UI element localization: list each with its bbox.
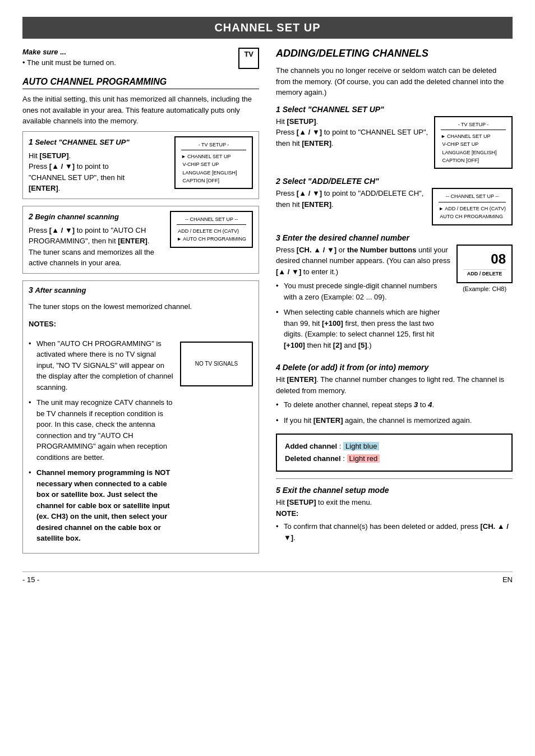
left-step2-menu-item-2: AUTO CH PROGRAMMING bbox=[177, 235, 246, 243]
right-step4-bullet-2: If you hit [ENTER] again, the channel is… bbox=[276, 415, 513, 426]
left-step1-menu-item-1: CHANNEL SET UP bbox=[181, 153, 246, 160]
right-step5-text: Hit [SETUP] to exit the menu. NOTE: To c… bbox=[276, 497, 513, 543]
right-step5-bullets: To confirm that channel(s) has been dele… bbox=[276, 521, 513, 543]
right-step1-flex: Hit [SETUP]. Press [▲ / ▼] to point to "… bbox=[276, 116, 513, 169]
left-step1-body: Hit [SETUP]. Press [▲ / ▼] to point to "… bbox=[29, 150, 169, 194]
added-label: Added channel bbox=[285, 442, 337, 450]
right-step2-menu-item-1: ADD / DELETE CH (CATV) bbox=[439, 205, 506, 213]
auto-intro: As the initial setting, this unit has me… bbox=[22, 94, 259, 127]
right-column: ADDING/DELETING CHANNELS The channels yo… bbox=[276, 48, 513, 560]
left-step2-menu-item-1: ADD / DELETE CH (CATV) bbox=[177, 227, 246, 235]
make-sure-bullet: The unit must be turned on. bbox=[22, 58, 116, 67]
left-step3-note-3: Channel memory programming is NOT necess… bbox=[29, 467, 174, 544]
right-step1-menu-item-1: CHANNEL SET UP bbox=[441, 132, 506, 140]
left-step1: 1 Select "CHANNEL SET UP" Hit [SETUP]. P… bbox=[22, 131, 259, 199]
right-step4-text: Hit [ENTER]. The channel number changes … bbox=[276, 374, 513, 426]
right-step1-number: 1 bbox=[276, 105, 280, 114]
right-step1-menu-item-2: V-CHIP SET UP bbox=[441, 140, 506, 148]
right-step5-note-label: NOTE: bbox=[276, 509, 298, 518]
right-step4-bullet-1: To delete another channel, repeat steps … bbox=[276, 399, 513, 411]
left-step2-body: Press [▲ / ▼] to point to "AUTO CH PROGR… bbox=[29, 225, 164, 269]
left-step1-number: 1 bbox=[29, 137, 33, 146]
right-step4: 4 Delete (or add) it from (or into) memo… bbox=[276, 363, 513, 426]
page-title: CHANNEL SET UP bbox=[22, 17, 513, 39]
left-step3-title: After scanning bbox=[35, 286, 86, 294]
left-step3-note-1: When "AUTO CH PROGRAMMING" is activated … bbox=[29, 338, 174, 393]
left-step1-menu: - TV SETUP - CHANNEL SET UP V-CHIP SET U… bbox=[174, 136, 253, 190]
tv-badge: TV bbox=[238, 48, 259, 69]
left-step1-menu-item-2: V-CHIP SET UP bbox=[181, 160, 246, 168]
left-step3-notes-flex: When "AUTO CH PROGRAMMING" is activated … bbox=[29, 338, 253, 548]
left-column: Make sure ... The unit must be turned on… bbox=[22, 48, 259, 560]
left-step3: 3 After scanning The tuner stops on the … bbox=[22, 280, 259, 554]
auto-section-title: AUTO CHANNEL PROGRAMMING bbox=[22, 77, 259, 89]
right-step1-menu-item-4: CAPTION [OFF] bbox=[441, 156, 506, 164]
right-section-title: ADDING/DELETING CHANNELS bbox=[276, 48, 513, 59]
page-footer: - 15 - EN bbox=[22, 571, 513, 584]
page-number: - 15 - bbox=[22, 575, 39, 584]
left-step2-content: 2 Begin channel scanning Press [▲ / ▼] t… bbox=[29, 211, 164, 269]
right-step3-display-area: 08 ADD / DELETE (Example: CH8) bbox=[456, 245, 513, 292]
right-step3-bullets: You must precede single-digit channel nu… bbox=[276, 280, 451, 351]
info-added: Added channel : Light blue bbox=[285, 440, 504, 453]
left-step2-menu-header: -- CHANNEL SET UP -- bbox=[177, 215, 246, 225]
divider bbox=[276, 478, 513, 479]
right-step3-flex: Press [CH. ▲ / ▼] or the Number buttons … bbox=[276, 245, 513, 356]
channel-example: (Example: CH8) bbox=[463, 285, 506, 292]
deleted-color: Light red bbox=[347, 454, 380, 463]
channel-display-label: ADD / DELETE bbox=[463, 269, 506, 276]
left-step3-body1: The tuner stops on the lowest memorized … bbox=[29, 302, 192, 311]
right-step1-menu-item-3: LANGUAGE [ENGLISH] bbox=[441, 149, 506, 156]
left-step3-note-2: The unit may recognize CATV channels to … bbox=[29, 397, 174, 463]
right-step1: 1 Select "CHANNEL SET UP" Hit [SETUP]. P… bbox=[276, 105, 513, 169]
right-step3-text: Press [CH. ▲ / ▼] or the Number buttons … bbox=[276, 245, 451, 356]
right-step3: 3 Enter the desired channel number Press… bbox=[276, 233, 513, 356]
left-step2: 2 Begin channel scanning Press [▲ / ▼] t… bbox=[22, 206, 259, 274]
right-intro: The channels you no longer receive or se… bbox=[276, 65, 513, 98]
added-color: Light blue bbox=[343, 442, 379, 450]
right-step4-number: 4 bbox=[276, 363, 280, 372]
left-step1-menu-item-4: CAPTION [OFF] bbox=[181, 177, 246, 185]
left-step2-number: 2 bbox=[29, 212, 33, 221]
right-step2-menu-header: -- CHANNEL SET UP -- bbox=[439, 192, 506, 202]
right-step2-heading: 2 Select "ADD/DELETE CH" bbox=[276, 177, 513, 186]
right-step2-number: 2 bbox=[276, 177, 280, 186]
page-language: EN bbox=[502, 575, 513, 584]
right-step2-text: Press [▲ / ▼] to point to "ADD/DELETE CH… bbox=[276, 188, 426, 210]
no-signal-text: NO TV SIGNALS bbox=[195, 361, 238, 367]
right-step3-number: 3 bbox=[276, 233, 280, 242]
make-sure-section: Make sure ... The unit must be turned on… bbox=[22, 48, 259, 69]
left-step2-title: Begin channel scanning bbox=[35, 213, 119, 221]
left-step1-content: 1 Select "CHANNEL SET UP" Hit [SETUP]. P… bbox=[29, 136, 169, 194]
left-step1-menu-header: - TV SETUP - bbox=[181, 141, 246, 150]
channel-number: 08 bbox=[463, 251, 506, 267]
no-signal-box: NO TV SIGNALS bbox=[180, 342, 253, 386]
info-box: Added channel : Light blue Deleted chann… bbox=[276, 434, 513, 472]
right-step5: 5 Exit the channel setup mode Hit [SETUP… bbox=[276, 486, 513, 543]
right-step2-menu-item-2: AUTO CH PROGRAMMING bbox=[439, 213, 506, 220]
right-step3-bullet-2: When selecting cable channels which are … bbox=[276, 307, 451, 351]
right-step1-menu: - TV SETUP - CHANNEL SET UP V-CHIP SET U… bbox=[434, 116, 513, 169]
left-step3-notes-list: When "AUTO CH PROGRAMMING" is activated … bbox=[29, 338, 174, 548]
right-step1-heading: 1 Select "CHANNEL SET UP" bbox=[276, 105, 513, 114]
right-step5-number: 5 bbox=[276, 486, 280, 495]
left-step1-menu-item-3: LANGUAGE [ENGLISH] bbox=[181, 169, 246, 177]
right-step2-flex: Press [▲ / ▼] to point to "ADD/DELETE CH… bbox=[276, 188, 513, 225]
right-step5-bullet: To confirm that channel(s) has been dele… bbox=[276, 521, 513, 543]
left-step2-menu: -- CHANNEL SET UP -- ADD / DELETE CH (CA… bbox=[170, 211, 253, 248]
right-step3-heading: 3 Enter the desired channel number bbox=[276, 233, 513, 242]
right-step3-bullet-1: You must precede single-digit channel nu… bbox=[276, 280, 451, 302]
page: CHANNEL SET UP Make sure ... The unit mu… bbox=[22, 17, 513, 584]
channel-display: 08 ADD / DELETE bbox=[456, 245, 513, 283]
right-step2-menu: -- CHANNEL SET UP -- ADD / DELETE CH (CA… bbox=[432, 188, 513, 225]
left-step3-notes-label: NOTES: bbox=[29, 320, 56, 328]
right-step1-text: Hit [SETUP]. Press [▲ / ▼] to point to "… bbox=[276, 116, 428, 149]
left-step3-number: 3 bbox=[29, 285, 33, 294]
left-step1-title: Select "CHANNEL SET UP" bbox=[35, 138, 129, 146]
right-step5-heading: 5 Exit the channel setup mode bbox=[276, 486, 513, 495]
right-step4-heading: 4 Delete (or add) it from (or into) memo… bbox=[276, 363, 513, 372]
right-step1-menu-header: - TV SETUP - bbox=[441, 121, 506, 130]
right-step2: 2 Select "ADD/DELETE CH" Press [▲ / ▼] t… bbox=[276, 177, 513, 225]
make-sure-label: Make sure ... bbox=[22, 48, 116, 56]
right-step4-bullets: To delete another channel, repeat steps … bbox=[276, 399, 513, 426]
